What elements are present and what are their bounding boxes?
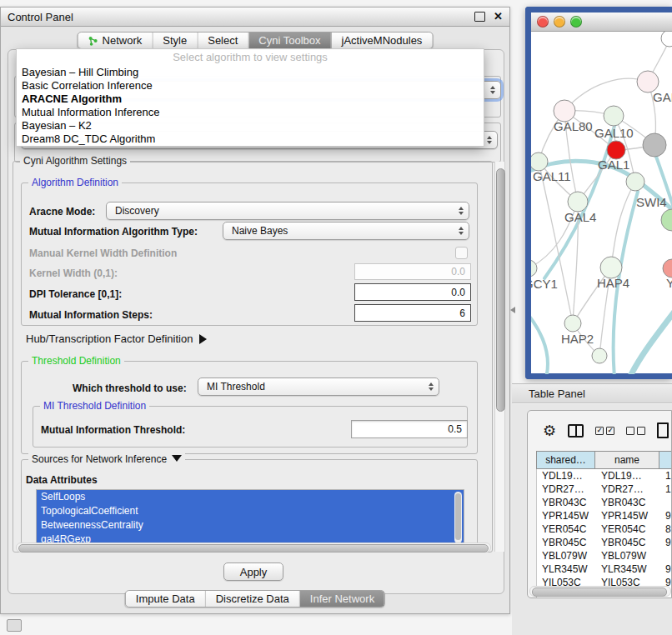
cell-value: 9.	[660, 509, 672, 522]
unchecked-boxes-icon[interactable]	[626, 427, 645, 435]
dropdown-option[interactable]: Dream8 DC_TDC Algorithm	[17, 132, 484, 146]
field-value: 6	[459, 308, 465, 319]
network-node[interactable]	[663, 259, 672, 278]
splitpane-grip-icon[interactable]	[510, 307, 515, 313]
tab-jactivemnodules[interactable]: jActiveMNodules	[332, 32, 433, 48]
mi-threshold-field[interactable]: 0.5	[351, 420, 468, 438]
table-row[interactable]: YBL079W YBL079W	[537, 549, 672, 562]
field-value: 0.0	[451, 266, 465, 278]
column-header[interactable]: name	[595, 451, 659, 469]
tab-impute-data[interactable]: Impute Data	[126, 591, 206, 607]
network-node[interactable]	[661, 32, 672, 47]
scrollbar-thumb[interactable]	[18, 544, 489, 552]
table-row[interactable]: YPR145W YPR145W 9.	[537, 509, 672, 522]
columns-icon[interactable]	[568, 424, 584, 438]
network-node[interactable]	[592, 348, 607, 363]
cell-value	[660, 496, 672, 509]
table-horizontal-scrollbar[interactable]	[529, 586, 671, 597]
cell-shared-name: YLR345W	[537, 562, 596, 576]
manual-kernel-checkbox[interactable]	[455, 247, 468, 259]
cell-name: YER054C	[596, 522, 660, 536]
table-row[interactable]: YDR27… YDR27… 12	[537, 482, 672, 496]
checked-boxes-icon[interactable]: ✓✓	[595, 427, 614, 435]
dropdown-option[interactable]: ARACNE Algorithm	[17, 92, 484, 106]
network-node[interactable]	[607, 141, 625, 159]
algorithm-dropdown-popup: Select algorithm to view settings Bayesi…	[16, 48, 484, 147]
table-row[interactable]: YBR045C YBR045C 9.	[537, 536, 672, 549]
sources-title[interactable]: Sources for Network Inference	[28, 453, 185, 465]
tab-network[interactable]: Network	[78, 32, 153, 48]
dpi-tolerance-field[interactable]: 0.0	[354, 283, 471, 301]
cell-name: YBL079W	[596, 549, 660, 562]
network-node[interactable]	[661, 209, 672, 231]
apply-button[interactable]: Apply	[223, 562, 283, 581]
attribute-item[interactable]: BetweennessCentrality	[37, 518, 464, 532]
aracne-mode-combo[interactable]: Discovery	[106, 202, 469, 220]
kernel-width-field[interactable]: 0.0	[354, 263, 471, 280]
tab-label: Discretize Data	[216, 590, 289, 608]
network-node[interactable]	[626, 172, 644, 191]
table-row[interactable]: YBR043C YBR043C	[537, 496, 672, 509]
hub-factor-label: Hub/Transcription Factor Definition	[26, 332, 193, 345]
table-panel-header[interactable]: Table Panel	[512, 383, 672, 403]
cell-value: 12	[660, 482, 672, 496]
node-label: HAP4	[597, 276, 629, 290]
network-window-titlebar[interactable]	[531, 12, 672, 32]
column-header[interactable]: shared…	[536, 451, 595, 469]
data-attributes-list[interactable]: SelfLoopsTopologicalCoefficientBetweenne…	[36, 489, 464, 548]
gear-icon[interactable]: ⚙	[543, 423, 556, 438]
close-icon[interactable]: ✕	[494, 12, 503, 21]
zoom-light-icon[interactable]	[570, 16, 582, 28]
settings-vertical-scrollbar[interactable]	[494, 162, 505, 552]
table-row[interactable]: YLR345W YLR345W 9.	[537, 562, 672, 576]
document-icon[interactable]	[657, 422, 669, 438]
tab-discretize-data[interactable]: Discretize Data	[206, 591, 300, 607]
settings-horizontal-scrollbar[interactable]	[16, 542, 491, 552]
table-row[interactable]: YER054C YER054C 8.	[537, 522, 672, 536]
list-scrollbar[interactable]	[454, 492, 462, 543]
field-value: 0.0	[451, 287, 465, 298]
aracne-mode-label: Aracne Mode:	[29, 206, 95, 218]
minimized-panel-icon[interactable]	[7, 619, 22, 632]
attribute-item[interactable]: TopologicalCoefficient	[37, 504, 464, 518]
network-node[interactable]	[531, 260, 537, 277]
network-canvas[interactable]: GALGAL80GAL10GAL1GAL11SWI4GAL4GCY1HAP4YH…	[531, 32, 672, 374]
table-row[interactable]: YDL19… YDL19… 13	[537, 469, 672, 482]
attribute-item[interactable]: SelfLoops	[37, 490, 464, 504]
node-label: GAL10	[594, 126, 634, 140]
network-node[interactable]	[568, 192, 588, 212]
tab-cyni-toolbox[interactable]: Cyni Toolbox	[248, 32, 331, 48]
control-panel-tabbar: Network Style Select Cyni Toolbox jActiv…	[78, 32, 434, 49]
combo-arrows-icon	[459, 227, 469, 235]
dropdown-option[interactable]: Bayesian – K2	[17, 119, 484, 132]
scrollbar-thumb[interactable]	[455, 493, 461, 540]
network-node[interactable]	[604, 106, 624, 126]
dropdown-option[interactable]: Basic Correlation Inference	[17, 79, 484, 92]
node-label: GAL1	[598, 158, 629, 172]
minimize-light-icon[interactable]	[554, 16, 565, 28]
control-panel-titlebar[interactable]: Control Panel ✕	[1, 8, 509, 27]
network-node[interactable]	[564, 315, 581, 332]
node-label: GAL	[653, 90, 672, 104]
hub-factor-expander[interactable]: Hub/Transcription Factor Definition	[26, 332, 207, 345]
scrollbar-thumb[interactable]	[532, 588, 667, 597]
dropdown-option[interactable]: Bayesian – Hill Climbing	[17, 66, 484, 79]
close-light-icon[interactable]	[537, 16, 549, 28]
cell-name: YLR345W	[596, 562, 660, 576]
mi-steps-field[interactable]: 6	[354, 304, 471, 322]
network-node[interactable]	[643, 133, 666, 157]
float-icon[interactable]	[474, 12, 485, 22]
mi-type-combo[interactable]: Naive Bayes	[223, 222, 469, 240]
tab-label: jActiveMNodules	[342, 32, 423, 49]
which-threshold-combo[interactable]: MI Threshold	[198, 378, 439, 396]
data-attributes-label: Data Attributes	[26, 474, 98, 486]
column-header[interactable]: A	[659, 451, 672, 469]
cell-name: YBR043C	[596, 496, 660, 509]
scrollbar-thumb[interactable]	[496, 168, 505, 412]
tab-infer-network[interactable]: Infer Network	[300, 591, 384, 607]
threshold-definition-title: Threshold Definition	[28, 355, 124, 367]
tab-select[interactable]: Select	[198, 32, 248, 48]
dropdown-option[interactable]: Mutual Information Inference	[17, 106, 484, 119]
network-node[interactable]	[531, 152, 548, 171]
tab-style[interactable]: Style	[153, 32, 198, 48]
